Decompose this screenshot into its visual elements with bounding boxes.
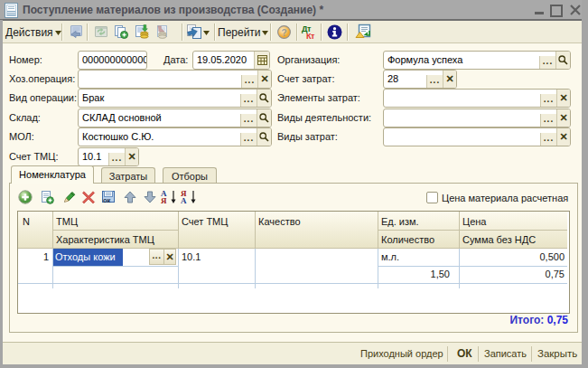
svg-text:?: ?: [281, 28, 286, 38]
svg-text:ок: ок: [103, 196, 111, 204]
